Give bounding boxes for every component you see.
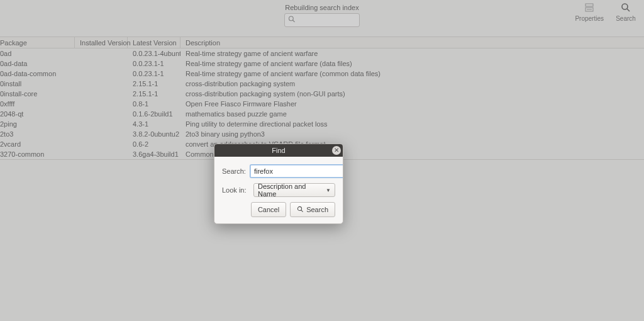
table-row[interactable]: 0ad-data-common0.0.23.1-1Real-time strat… bbox=[0, 69, 644, 79]
cancel-button[interactable]: Cancel bbox=[251, 202, 286, 217]
cell-package: 3270-common bbox=[0, 150, 75, 158]
col-header-installed[interactable]: Installed Version bbox=[75, 37, 128, 48]
cell-package: 0xffff bbox=[0, 100, 75, 108]
cell-package: 2048-qt bbox=[0, 110, 75, 118]
table-row[interactable]: 0install-core2.15.1-1cross-distribution … bbox=[0, 89, 644, 99]
table-row[interactable]: 2048-qt0.1.6-2build1mathematics based pu… bbox=[0, 109, 644, 119]
cell-description: Open Free Fiasco Firmware Flasher bbox=[180, 100, 644, 108]
status-text: Rebuilding search index bbox=[285, 0, 358, 11]
cell-latest: 0.1.6-2build1 bbox=[128, 110, 180, 118]
col-header-package[interactable]: Package bbox=[0, 37, 75, 48]
find-dialog: Find ✕ Search: ▼ Look in: Description an… bbox=[214, 144, 343, 224]
cell-latest: 2.15.1-1 bbox=[128, 90, 180, 98]
table-header-row: Package Installed Version Latest Version… bbox=[0, 37, 644, 48]
cell-latest: 3.8.2-0ubuntu2 bbox=[128, 130, 180, 138]
search-label: Search: bbox=[222, 167, 246, 175]
cell-latest: 0.0.23.1-1 bbox=[128, 70, 180, 77]
col-header-description[interactable]: Description bbox=[180, 37, 644, 48]
table-row[interactable]: 0install2.15.1-1cross-distribution packa… bbox=[0, 79, 644, 89]
cell-description: 2to3 binary using python3 bbox=[180, 130, 644, 138]
cell-package: 0ad-data-common bbox=[0, 70, 75, 77]
dialog-title: Find bbox=[272, 147, 285, 154]
cell-package: 0ad bbox=[0, 50, 75, 57]
cell-description: cross-distribution packaging system bbox=[180, 80, 644, 87]
search-input[interactable] bbox=[250, 164, 343, 178]
cell-latest: 0.6-2 bbox=[128, 140, 180, 148]
cell-latest: 0.0.23.1-1 bbox=[128, 60, 180, 67]
table-row[interactable]: 0xffff0.8-1Open Free Fiasco Firmware Fla… bbox=[0, 99, 644, 109]
search-button[interactable]: Search bbox=[290, 202, 335, 217]
col-header-latest[interactable]: Latest Version bbox=[128, 37, 180, 48]
cell-latest: 4.3-1 bbox=[128, 120, 180, 128]
cell-package: 2to3 bbox=[0, 130, 75, 138]
cell-latest: 0.0.23.1-4ubuntu3 bbox=[128, 50, 180, 57]
table-row[interactable]: 0ad-data0.0.23.1-1Real-time strategy gam… bbox=[0, 59, 644, 69]
search-label: Search bbox=[616, 15, 636, 22]
search-button[interactable]: Search bbox=[613, 3, 639, 22]
cell-latest: 3.6ga4-3build1 bbox=[128, 150, 180, 158]
search-icon bbox=[621, 3, 631, 15]
properties-button[interactable]: Properties bbox=[575, 3, 604, 22]
lookin-select[interactable]: Description and Name ▼ bbox=[253, 183, 335, 197]
svg-line-6 bbox=[627, 9, 630, 11]
cell-latest: 2.15.1-1 bbox=[128, 80, 180, 87]
search-icon bbox=[288, 16, 296, 25]
dialog-titlebar[interactable]: Find ✕ bbox=[214, 144, 343, 157]
cell-description: Ping utility to determine directional pa… bbox=[180, 120, 644, 128]
properties-icon bbox=[584, 3, 594, 15]
cell-description: Real-time strategy game of ancient warfa… bbox=[180, 70, 644, 77]
chevron-down-icon: ▼ bbox=[326, 188, 331, 193]
table-row[interactable]: 2to33.8.2-0ubuntu22to3 binary using pyth… bbox=[0, 129, 644, 139]
cell-package: 0install bbox=[0, 80, 75, 87]
lookin-value: Description and Name bbox=[258, 183, 326, 198]
search-icon bbox=[297, 206, 304, 214]
svg-point-0 bbox=[289, 16, 294, 21]
svg-rect-2 bbox=[586, 4, 593, 6]
package-table: Package Installed Version Latest Version… bbox=[0, 37, 644, 159]
cell-description: mathematics based puzzle game bbox=[180, 110, 644, 118]
cell-package: 0install-core bbox=[0, 90, 75, 98]
svg-point-7 bbox=[298, 206, 302, 210]
cell-description: cross-distribution packaging system (non… bbox=[180, 90, 644, 98]
table-row[interactable]: 0ad0.0.23.1-4ubuntu3Real-time strategy g… bbox=[0, 48, 644, 59]
svg-line-8 bbox=[301, 210, 303, 211]
svg-line-1 bbox=[293, 20, 295, 22]
svg-point-5 bbox=[622, 4, 628, 9]
top-search bbox=[284, 13, 360, 27]
cell-package: 2vcard bbox=[0, 140, 75, 148]
cell-package: 2ping bbox=[0, 120, 75, 128]
cell-package: 0ad-data bbox=[0, 60, 75, 67]
lookin-label: Look in: bbox=[222, 186, 250, 194]
cell-latest: 0.8-1 bbox=[128, 100, 180, 108]
close-icon[interactable]: ✕ bbox=[332, 146, 341, 155]
table-row[interactable]: 2ping4.3-1Ping utility to determine dire… bbox=[0, 119, 644, 129]
cell-description: Real-time strategy game of ancient warfa… bbox=[180, 60, 644, 67]
cell-description: Real-time strategy game of ancient warfa… bbox=[180, 50, 644, 57]
top-search-input[interactable] bbox=[284, 13, 360, 27]
properties-label: Properties bbox=[575, 15, 604, 22]
